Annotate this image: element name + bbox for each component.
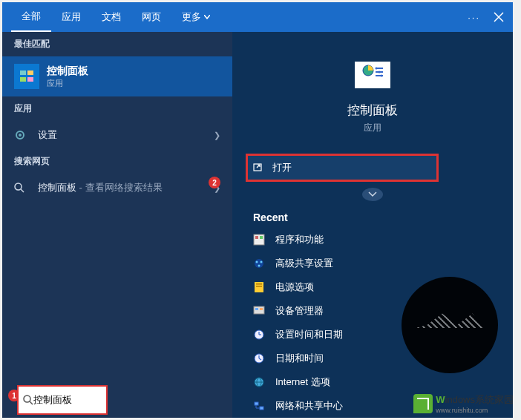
svg-rect-28 [256,283,262,285]
svg-rect-1 [20,70,26,75]
recent-label: 设备管理器 [275,304,324,318]
chevron-right-icon: ❯ [214,131,220,140]
top-tabs: 全部 应用 文档 网页 更多 ··· [2,2,513,32]
svg-rect-3 [20,77,26,82]
svg-point-16 [376,68,378,70]
section-web: 搜索网页 [2,149,232,174]
programs-icon [253,234,265,246]
search-icon [23,395,33,405]
more-options-icon[interactable]: ··· [468,12,480,23]
top-right-controls: ··· [468,12,504,23]
datetime-settings-icon [253,329,265,341]
svg-rect-22 [260,236,263,239]
tab-label: 全部 [22,10,41,22]
result-title: 控制面板 [47,65,88,78]
result-settings[interactable]: 设置 ❯ [2,121,232,149]
search-input-bar[interactable] [19,387,106,413]
sharing-icon [253,257,265,269]
svg-rect-32 [260,308,263,310]
svg-point-17 [379,71,381,73]
svg-point-6 [19,134,22,137]
expand-toggle[interactable] [362,188,383,201]
svg-rect-43 [260,407,263,410]
recent-item[interactable]: 高级共享设置 [232,252,513,275]
tab-label: 网页 [142,11,161,22]
preview-subtitle: 应用 [364,122,381,134]
section-apps: 应用 [2,96,232,121]
result-text: 控制面板 应用 [47,65,88,89]
chevron-down-icon [204,15,210,19]
watermark: Windows系统家园 www.ruishitu.com [413,393,514,414]
open-icon [253,163,263,173]
recent-label: 电源选项 [275,280,314,294]
open-action[interactable]: 打开 [246,154,439,182]
recent-label: 高级共享设置 [275,257,333,270]
tab-web[interactable]: 网页 [131,3,171,31]
control-panel-icon [14,64,39,89]
svg-rect-42 [255,402,258,405]
svg-point-26 [258,265,260,267]
watermark-brand-rest: indows系统家园 [445,394,514,405]
tab-docs[interactable]: 文档 [91,3,131,31]
results-column: 最佳匹配 控制面板 应用 应用 设置 ❯ 搜索网页 [2,32,232,418]
control-panel-large-icon [355,62,390,88]
network-center-icon [253,400,265,412]
gear-icon [14,129,29,141]
tab-label: 应用 [62,11,81,22]
svg-rect-29 [256,286,262,287]
recent-label: 日期和时间 [275,352,324,365]
tab-all[interactable]: 全部 [11,2,51,33]
svg-point-25 [260,261,263,263]
web-suffix: - 查看网络搜索结果 [76,182,163,193]
recent-item[interactable]: 程序和功能 [232,228,513,252]
annotation-badge-2: 2 [209,177,220,188]
svg-point-18 [381,75,383,77]
result-subtitle: 应用 [47,78,88,89]
search-icon [14,183,29,193]
preview-column: 控制面板 应用 打开 Recent 程序和功能 高级共享设置 [232,32,513,418]
svg-rect-31 [255,308,258,310]
svg-point-7 [15,183,22,190]
preview-title: 控制面板 [347,102,398,119]
tab-apps[interactable]: 应用 [51,3,91,31]
clock-icon [253,352,265,364]
search-body: 最佳匹配 控制面板 应用 应用 设置 ❯ 搜索网页 [2,32,513,418]
result-label: 设置 [38,128,57,142]
web-result-text: 控制面板 - 查看网络搜索结果 [38,181,163,194]
search-panel: 全部 应用 文档 网页 更多 ··· 最佳匹配 控制面板 [2,2,513,418]
tab-more[interactable]: 更多 [171,3,220,31]
tab-label: 更多 [182,10,201,24]
svg-rect-4 [27,77,33,82]
svg-point-9 [24,396,30,402]
recent-label: 设置时间和日期 [275,328,343,341]
best-match-result[interactable]: 控制面板 应用 [2,56,232,96]
recent-label: 程序和功能 [275,233,324,246]
section-best-match: 最佳匹配 [2,32,232,56]
device-manager-icon [253,305,265,317]
web-prefix: 控制面板 [38,182,76,193]
background-graphic [402,277,498,373]
watermark-brand-accent: W [436,394,445,405]
svg-rect-2 [27,70,33,75]
close-icon[interactable] [494,12,504,22]
svg-rect-21 [255,236,258,239]
search-input[interactable] [33,395,93,406]
recent-label: 网络和共享中心 [275,399,343,413]
watermark-logo-icon [413,394,433,413]
recent-item[interactable]: Internet 选项 [232,370,513,394]
watermark-text: Windows系统家园 www.ruishitu.com [436,393,514,414]
watermark-url: www.ruishitu.com [436,407,514,414]
power-icon [253,281,265,293]
svg-line-10 [30,401,33,404]
svg-point-24 [256,261,258,263]
recent-label: Internet 选项 [275,375,330,389]
recent-header: Recent [232,201,309,228]
internet-options-icon [253,376,265,388]
open-label: 打开 [272,161,292,174]
svg-line-8 [21,189,24,192]
result-web-search[interactable]: 控制面板 - 查看网络搜索结果 ❯ [2,174,232,202]
tab-label: 文档 [102,11,121,22]
